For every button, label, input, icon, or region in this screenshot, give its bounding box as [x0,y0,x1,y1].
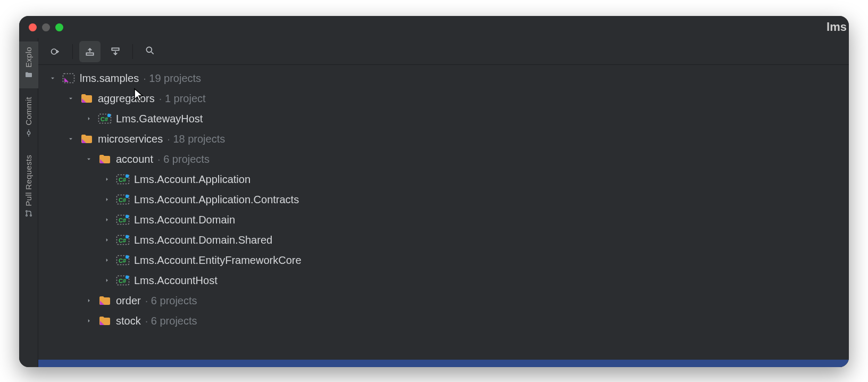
pull-requests-tab-label: Pull Requests [24,155,33,206]
node-name: Lms.AccountHost [134,270,218,290]
explorer-panel: lms.samples19 projects aggregators1 proj… [38,38,849,367]
chevron-right-icon[interactable] [102,215,112,225]
chevron-right-icon[interactable] [102,276,112,285]
minimize-window-button[interactable] [42,23,50,31]
svg-text:C#: C# [101,116,108,122]
chevron-right-icon[interactable] [84,114,94,123]
tree-row[interactable]: C# Lms.Account.Domain.Shared [38,230,849,250]
node-name: Lms.GatewayHost [116,109,203,129]
pull-requests-tab[interactable]: Pull Requests [19,150,38,227]
svg-rect-9 [112,48,119,50]
tree-row[interactable]: aggregators1 project [38,88,849,109]
svg-point-11 [146,47,152,52]
node-meta: 6 projects [145,311,197,331]
commit-tab[interactable]: Commit [19,92,38,146]
vcs-commit-icon [24,129,33,139]
window-title: lms [827,16,849,38]
solution-folder-icon [98,294,112,307]
csharp-project-icon: C# [98,112,112,125]
chevron-down-icon[interactable] [66,134,76,144]
ide-body: Explo Commit Pull Requests [19,38,849,367]
tree-row[interactable]: account6 projects [38,149,849,169]
svg-line-12 [152,52,154,54]
svg-marker-14 [64,78,69,82]
solution-icon [62,72,76,85]
svg-point-35 [126,255,129,259]
svg-text:C#: C# [119,197,126,203]
csharp-project-icon: C# [116,274,130,287]
solution-folder-icon [80,92,94,105]
svg-text:C#: C# [119,217,126,223]
tree-row[interactable]: C# Lms.GatewayHost [38,109,849,129]
svg-text:C#: C# [119,258,126,264]
chevron-right-icon[interactable] [102,235,112,245]
chevron-right-icon[interactable] [84,316,94,326]
tree-row[interactable]: lms.samples19 projects [38,68,849,88]
explorer-tab[interactable]: Explo [19,41,38,88]
node-name: Lms.Account.Application [134,169,251,189]
toolbar-separator [72,44,73,59]
svg-point-4 [26,215,27,217]
tree-row[interactable]: order6 projects [38,290,849,311]
tree-row[interactable]: microservices18 projects [38,129,849,149]
csharp-project-icon: C# [116,234,130,246]
toolbar-separator [132,44,133,59]
tree-row[interactable]: C# Lms.AccountHost [38,270,849,290]
solution-folder-icon [98,314,112,327]
svg-point-18 [107,114,111,117]
svg-point-5 [30,215,31,217]
node-name: Lms.Account.Domain [134,210,235,230]
svg-point-29 [126,215,129,218]
node-meta: 1 project [159,88,206,109]
tree-row[interactable]: C# Lms.Account.Domain [38,210,849,230]
scroll-from-source-button[interactable] [45,41,66,62]
tree-row[interactable]: C# Lms.Account.EntityFrameworkCore [38,250,849,270]
svg-text:C#: C# [119,237,126,244]
chevron-down-icon[interactable] [48,73,57,83]
node-name: lms.samples [80,68,139,88]
svg-text:C#: C# [119,177,126,183]
maximize-window-button[interactable] [55,23,63,31]
traffic-lights [29,23,63,31]
node-name: order [116,290,141,311]
commit-tab-label: Commit [24,97,33,125]
node-name: Lms.Account.EntityFrameworkCore [134,250,302,270]
csharp-project-icon: C# [116,173,130,186]
search-button[interactable] [139,41,161,62]
csharp-project-icon: C# [116,193,130,206]
chevron-right-icon[interactable] [84,296,94,305]
tree-row[interactable]: C# Lms.Account.Application [38,169,849,189]
titlebar: lms [19,16,849,38]
expand-all-button[interactable] [105,41,126,62]
node-name: stock [116,311,141,331]
chevron-down-icon[interactable] [66,94,76,103]
svg-point-0 [27,131,30,134]
selected-row-strip [38,360,849,367]
svg-point-26 [126,195,129,198]
svg-point-38 [126,276,129,279]
csharp-project-icon: C# [116,213,130,226]
node-name: aggregators [98,88,155,109]
close-window-button[interactable] [29,23,37,31]
node-meta: 19 projects [143,68,201,88]
node-name: account [116,149,153,169]
tree-row[interactable]: C# Lms.Account.Application.Contracts [38,189,849,210]
solution-tree[interactable]: lms.samples19 projects aggregators1 proj… [38,65,849,360]
node-meta: 18 projects [167,129,225,149]
chevron-right-icon[interactable] [102,175,112,184]
svg-text:C#: C# [119,278,126,284]
collapse-all-button[interactable] [79,41,101,62]
svg-point-3 [26,211,27,212]
node-meta: 6 projects [157,149,210,169]
chevron-down-icon[interactable] [84,154,94,164]
tree-row[interactable]: stock6 projects [38,311,849,331]
svg-point-32 [126,235,129,238]
search-icon [145,45,155,58]
chevron-right-icon[interactable] [102,255,112,265]
explorer-toolbar [38,38,849,65]
pull-request-icon [24,209,33,219]
node-name: microservices [98,129,163,149]
folder-icon [24,71,33,81]
chevron-right-icon[interactable] [102,195,112,204]
svg-point-6 [52,49,57,54]
